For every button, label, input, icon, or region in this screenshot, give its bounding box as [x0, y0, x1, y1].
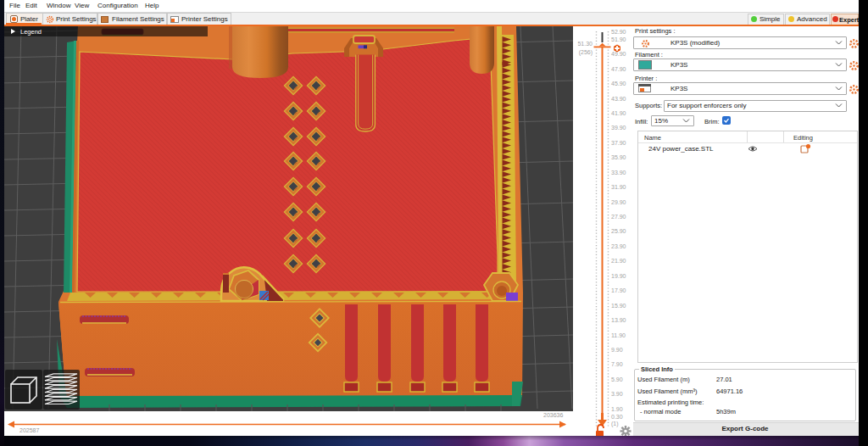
svg-text:25.90: 25.90 [611, 228, 626, 234]
svg-text:33.90: 33.90 [611, 170, 626, 176]
svg-text:202587: 202587 [19, 427, 39, 433]
svg-text:23.90: 23.90 [611, 243, 626, 249]
svg-text:39.90: 39.90 [611, 125, 626, 131]
svg-text:15.90: 15.90 [611, 303, 626, 309]
svg-text:9.90: 9.90 [611, 347, 623, 353]
svg-text:41.90: 41.90 [611, 110, 626, 116]
svg-text:51.90: 51.90 [611, 36, 626, 42]
svg-text:(1): (1) [611, 421, 619, 427]
svg-text:203636: 203636 [543, 412, 563, 418]
svg-text:27.90: 27.90 [611, 214, 626, 220]
svg-text:43.90: 43.90 [611, 96, 626, 102]
svg-text:52.90: 52.90 [611, 29, 626, 35]
svg-text:1.90: 1.90 [611, 406, 623, 412]
svg-text:7.90: 7.90 [611, 361, 623, 367]
svg-text:(256): (256) [579, 49, 593, 56]
svg-text:5.90: 5.90 [611, 376, 623, 382]
svg-text:13.90: 13.90 [611, 317, 626, 323]
svg-text:11.90: 11.90 [611, 332, 626, 338]
svg-text:45.90: 45.90 [611, 81, 626, 86]
svg-text:51.30: 51.30 [577, 41, 593, 47]
svg-text:29.90: 29.90 [611, 199, 626, 205]
svg-text:21.90: 21.90 [611, 258, 626, 264]
svg-text:47.90: 47.90 [611, 66, 626, 72]
svg-text:49.90: 49.90 [611, 51, 626, 57]
svg-text:35.90: 35.90 [611, 154, 626, 160]
svg-text:31.90: 31.90 [611, 184, 626, 190]
svg-text:Legend: Legend [20, 28, 42, 36]
svg-text:37.90: 37.90 [611, 140, 626, 146]
svg-text:0.30: 0.30 [611, 414, 623, 420]
svg-text:3.90: 3.90 [611, 391, 623, 397]
svg-text:17.90: 17.90 [611, 287, 626, 293]
svg-text:19.90: 19.90 [611, 273, 626, 279]
